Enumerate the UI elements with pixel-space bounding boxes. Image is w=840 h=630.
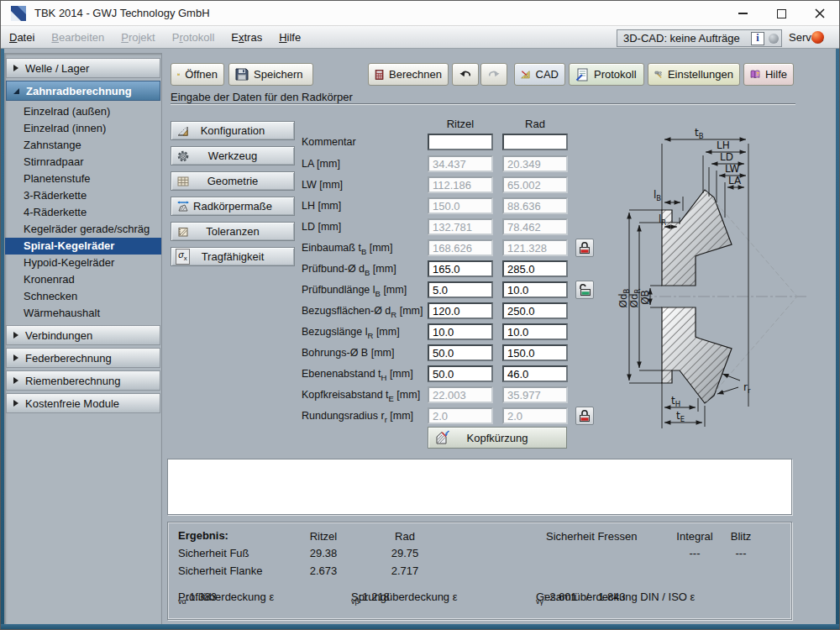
bohrungs-d-ritzel-input[interactable] (428, 344, 493, 361)
sidebar-item-kegelraeder-gerade-schraeg[interactable]: Kegelräder gerade/schräg (5, 221, 161, 238)
ebenenabstand-rad-input[interactable] (502, 365, 568, 382)
werkzeug-button[interactable]: Werkzeug (171, 146, 295, 165)
pruefbundlaenge-rad-input[interactable] (502, 281, 568, 298)
sigma-x-icon: σx (176, 249, 190, 264)
sidebar-item-3-raederkette[interactable]: 3-Räderkette (5, 187, 161, 204)
sidebar-section-welle-lager[interactable]: Welle / Lager (6, 58, 160, 78)
field-label: Bezugslänge lR [mm] (302, 323, 428, 344)
profilueberdeckung-value: Profilüberdeckung εvα: 1.383 (178, 591, 189, 606)
minimize-button[interactable] (723, 1, 762, 26)
la-ritzel-input (428, 155, 493, 172)
field-label: LD [mm] (302, 218, 428, 239)
kopfkreisabstand-ritzel-input (428, 386, 493, 403)
field-label: Prüfbund-Ø dB [mm] (302, 260, 428, 281)
info-button[interactable]: i (751, 32, 764, 45)
menu-hilfe[interactable]: Hilfe (279, 31, 301, 44)
sidebar-section-federberechnung[interactable]: Federberechnung (6, 348, 160, 368)
cad-status-indicator (769, 34, 779, 44)
konfiguration-button[interactable]: Konfiguration (171, 121, 295, 140)
titlebar: TBK 2014 - GWJ Technology GmbH (1, 1, 839, 26)
sidebar-item-schnecken[interactable]: Schnecken (5, 288, 161, 305)
results-col-blitz: Blitz (716, 530, 766, 543)
bezugsflaechen-d-rad-input[interactable] (502, 302, 568, 319)
form-row-kommentar: Kommentar (302, 134, 597, 152)
menu-datei[interactable]: Datei (9, 31, 34, 44)
sidebar-item-spiral-kegelraeder[interactable]: Spiral-Kegelräder (5, 238, 161, 255)
field-label: Ebenenabstand tH [mm] (302, 365, 428, 386)
message-output-box[interactable] (167, 459, 792, 515)
settings-button[interactable]: Einstellungen (648, 63, 740, 86)
form-row-rundungsradius: Rundungsradius rr [mm] (302, 407, 597, 426)
bezugslaenge-ritzel-input[interactable] (428, 323, 493, 340)
kopfkuerzung-button[interactable]: Kopfkürzung (428, 427, 567, 449)
menu-projekt: Projekt (121, 31, 155, 44)
kommentar-ritzel-input[interactable] (428, 134, 493, 150)
help-button[interactable]: ? Hilfe (743, 63, 794, 86)
radkoerpermasse-button[interactable]: Radkörpermaße (171, 197, 295, 216)
field-label: Kommentar (302, 134, 428, 155)
close-button[interactable] (801, 1, 839, 26)
svg-text:lB: lB (654, 189, 661, 202)
protocol-button[interactable]: Protokoll (569, 63, 644, 86)
result-value: 2.673 (298, 564, 349, 577)
geometrie-button[interactable]: Geometrie (171, 171, 295, 191)
lw-rad-input (502, 176, 568, 193)
maximize-button[interactable] (762, 1, 801, 26)
result-row-label: Sicherheit Fuß (178, 547, 249, 559)
kopfkreisabstand-rad-input (502, 386, 568, 403)
chevron-right-icon (13, 65, 18, 71)
results-title: Ergebnis: (178, 529, 228, 542)
sidebar-item-waermehaushalt[interactable]: Wärmehaushalt (5, 305, 161, 322)
svg-text:tE: tE (676, 410, 685, 423)
undo-button[interactable] (452, 63, 479, 86)
svg-text:ØB: ØB (639, 290, 651, 305)
sidebar-item-4-raederkette[interactable]: 4-Räderkette (5, 204, 161, 221)
chevron-expanded-icon (13, 88, 19, 94)
toleranzen-button[interactable]: Toleranzen (171, 222, 295, 241)
sidebar-item-stirnradpaar[interactable]: Stirnradpaar (5, 154, 161, 171)
sidebar-item-hypoid-kegelraeder[interactable]: Hypoid-Kegelräder (5, 255, 161, 271)
window-frame (1, 624, 839, 629)
header-rule (171, 103, 795, 105)
result-value: 29.38 (298, 547, 349, 559)
save-button[interactable]: Speichern (228, 63, 313, 86)
la-rad-input (502, 155, 568, 172)
sidebar-item-kronenrad[interactable]: Kronenrad (5, 271, 161, 288)
menu-extras[interactable]: Extras (231, 31, 262, 44)
svg-text:?: ? (756, 71, 759, 76)
open-button[interactable]: Öffnen (171, 63, 224, 86)
calculate-button[interactable]: Berechnen (368, 63, 449, 86)
sidebar-section-verbindungen[interactable]: Verbindungen (6, 325, 160, 345)
sidebar-item-einzelrad-innen[interactable]: Einzelrad (innen) (5, 120, 161, 137)
kommentar-rad-input[interactable] (502, 134, 568, 150)
svg-text:tB: tB (695, 127, 704, 140)
column-header-rad: Rad (502, 118, 568, 130)
chevron-right-icon (13, 400, 18, 407)
bohrungs-d-rad-input[interactable] (502, 344, 568, 361)
sidebar-section-zahnradberechnung[interactable]: Zahnradberechnung (6, 81, 160, 101)
field-label: Einbaumaß tB [mm] (302, 239, 428, 260)
form-row-ebenenabstand: Ebenenabstand tH [mm] (302, 365, 597, 384)
sidebar-item-zahnstange[interactable]: Zahnstange (5, 137, 161, 154)
sidebar-item-einzelrad-aussen[interactable]: Einzelrad (außen) (5, 103, 161, 120)
pruefbund-d-rad-input[interactable] (502, 260, 568, 277)
result-value: 2.717 (380, 564, 430, 577)
sidebar-section-riemenberechnung[interactable]: Riemenberechnung (6, 370, 160, 391)
lw-ritzel-input (428, 176, 493, 193)
form-row-bezugslaenge: Bezugslänge lR [mm] (302, 323, 597, 342)
cad-status-box: 3D-CAD: keine Aufträge i (617, 29, 782, 47)
ebenenabstand-ritzel-input[interactable] (428, 365, 493, 382)
cad-button[interactable]: CAD (514, 63, 565, 86)
tragfaehigkeit-button[interactable]: σx Tragfähigkeit (171, 247, 295, 266)
field-label: Bezugsflächen-Ø dR [mm] (302, 302, 428, 323)
gesamtueberdeckung-value: Gesamtüberdeckung DIN / ISO εvγ: 2.601 /… (536, 591, 549, 606)
pruefbundlaenge-ritzel-input[interactable] (428, 281, 493, 298)
sidebar-section-kostenfreie-module[interactable]: Kostenfreie Module (6, 393, 160, 413)
bezugslaenge-rad-input[interactable] (502, 323, 568, 340)
bezugsflaechen-d-ritzel-input[interactable] (428, 302, 493, 319)
sidebar-item-planetenstufe[interactable]: Planetenstufe (5, 171, 161, 187)
pruefbund-d-ritzel-input[interactable] (428, 260, 493, 277)
sprungueberdeckung-value: Sprungüberdeckung εvβ: 1.218 (351, 591, 362, 606)
cad-ruler-icon (521, 68, 531, 81)
svg-text:LD: LD (720, 151, 733, 163)
